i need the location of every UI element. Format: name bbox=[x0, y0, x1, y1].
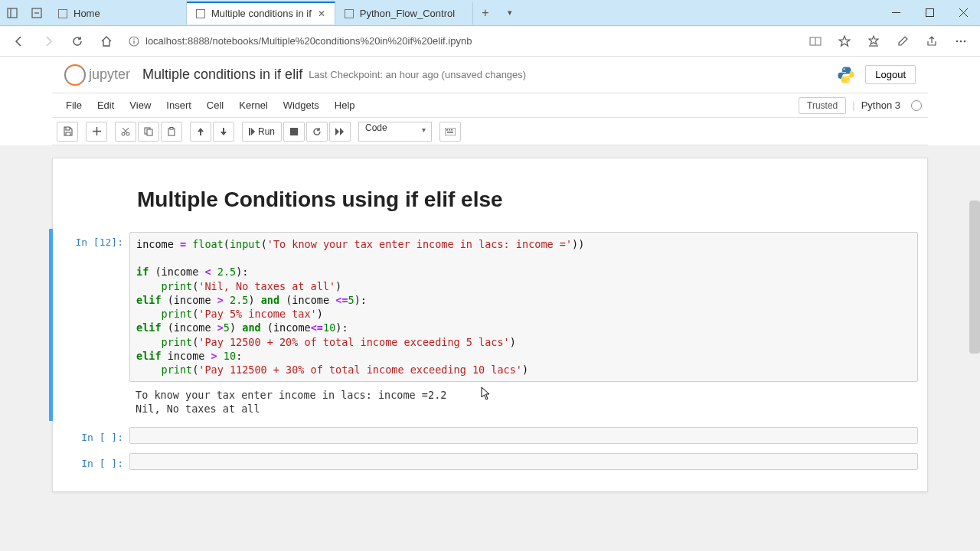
tabs-aside-icon[interactable] bbox=[0, 0, 24, 26]
notes-icon[interactable] bbox=[890, 28, 916, 54]
back-button[interactable] bbox=[6, 28, 32, 54]
forward-button[interactable] bbox=[35, 28, 61, 54]
url-text: localhost:8888/notebooks/Multiple%20cond… bbox=[145, 35, 472, 47]
svg-point-14 bbox=[960, 40, 962, 42]
reading-view-icon[interactable] bbox=[802, 28, 828, 54]
svg-point-9 bbox=[133, 38, 135, 40]
window-minimize-button[interactable] bbox=[879, 0, 913, 26]
browser-tab-strip: Home Multiple conditions in if ✕ Python_… bbox=[0, 0, 980, 26]
tab-python-flow[interactable]: Python_Flow_Control bbox=[335, 2, 473, 24]
svg-point-13 bbox=[956, 40, 959, 42]
favorite-star-icon[interactable] bbox=[831, 28, 858, 54]
tab-chevron-icon[interactable]: ▾ bbox=[498, 8, 522, 18]
favorites-list-icon[interactable] bbox=[861, 28, 887, 54]
tab-notebook-active[interactable]: Multiple conditions in if ✕ bbox=[187, 2, 335, 24]
svg-point-15 bbox=[964, 40, 966, 42]
tabs-list-icon[interactable] bbox=[24, 0, 49, 26]
share-icon[interactable] bbox=[919, 28, 945, 54]
close-icon[interactable]: ✕ bbox=[318, 8, 325, 19]
tab-label: Multiple conditions in if bbox=[211, 8, 312, 19]
home-button[interactable] bbox=[93, 28, 119, 54]
tab-home[interactable]: Home bbox=[49, 2, 187, 24]
new-tab-button[interactable]: + bbox=[473, 6, 498, 20]
more-icon[interactable] bbox=[948, 28, 974, 54]
svg-rect-0 bbox=[8, 8, 17, 18]
info-icon bbox=[129, 36, 139, 47]
page-icon bbox=[345, 9, 354, 18]
window-maximize-button[interactable] bbox=[913, 0, 946, 26]
tab-label: Python_Flow_Control bbox=[360, 8, 455, 19]
page-icon bbox=[58, 9, 67, 18]
tab-label: Home bbox=[74, 8, 100, 19]
svg-rect-4 bbox=[926, 9, 933, 17]
address-bar: localhost:8888/notebooks/Multiple%20cond… bbox=[0, 26, 980, 57]
page-icon bbox=[196, 9, 205, 18]
window-close-button[interactable] bbox=[946, 0, 980, 26]
url-field[interactable]: localhost:8888/notebooks/Multiple%20cond… bbox=[122, 31, 793, 52]
refresh-button[interactable] bbox=[64, 28, 90, 54]
